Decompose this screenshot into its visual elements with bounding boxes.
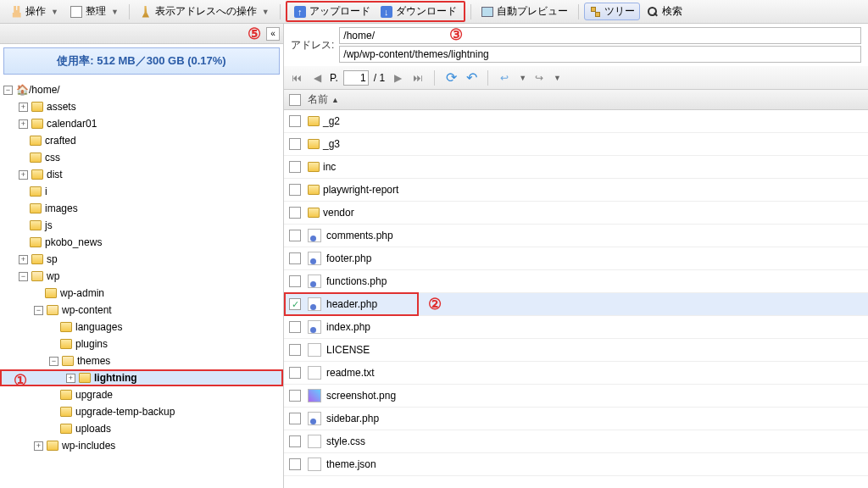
- file-row[interactable]: footer.php: [284, 247, 868, 270]
- file-checkbox[interactable]: [289, 413, 301, 424]
- prev-page-button[interactable]: ◀: [309, 70, 325, 86]
- next-page-button[interactable]: ▶: [390, 70, 405, 86]
- file-checkbox[interactable]: [289, 298, 301, 310]
- text-file-icon: [308, 366, 321, 380]
- tree-label: themes: [77, 355, 110, 367]
- expand-icon[interactable]: +: [34, 441, 43, 451]
- file-checkbox[interactable]: [289, 390, 301, 402]
- file-checkbox[interactable]: [289, 367, 301, 379]
- first-page-button[interactable]: ⏮: [289, 70, 304, 86]
- file-checkbox[interactable]: [289, 321, 301, 333]
- tree-label: wp-content: [62, 304, 112, 316]
- tree-item-assets[interactable]: +assets: [0, 98, 283, 115]
- expand-icon[interactable]: +: [19, 103, 28, 112]
- tree-item-themes[interactable]: −themes: [0, 352, 283, 369]
- expand-icon[interactable]: −: [19, 272, 28, 281]
- tree-item-sp[interactable]: +sp: [0, 251, 283, 268]
- tree-item-wp-content[interactable]: −wp-content: [0, 302, 283, 319]
- file-checkbox[interactable]: [289, 458, 301, 470]
- file-checkbox[interactable]: [289, 207, 301, 219]
- separator: [434, 70, 435, 86]
- file-checkbox[interactable]: [289, 161, 301, 173]
- file-checkbox[interactable]: [289, 230, 301, 241]
- file-row[interactable]: comments.php: [284, 225, 868, 247]
- file-checkbox[interactable]: [289, 275, 301, 287]
- expand-icon[interactable]: +: [19, 170, 28, 180]
- last-page-button[interactable]: ⏭: [410, 70, 426, 86]
- upload-button[interactable]: ↑アップロード: [289, 3, 376, 20]
- addr-ops-menu[interactable]: 表示アドレスへの操作▼: [135, 3, 275, 20]
- address-input-2[interactable]: [339, 46, 861, 63]
- tree-item-js[interactable]: js: [0, 217, 283, 234]
- file-row[interactable]: index.php: [284, 316, 868, 339]
- file-row[interactable]: _g3: [284, 133, 868, 156]
- undo-button[interactable]: ↩: [497, 70, 512, 86]
- tree-item-wp[interactable]: −wp: [0, 268, 283, 285]
- address-input-1[interactable]: [339, 27, 861, 44]
- file-checkbox[interactable]: [289, 435, 301, 447]
- tree-item-pkobo_news[interactable]: pkobo_news: [0, 234, 283, 251]
- folder-icon: [308, 185, 320, 195]
- tree-item-languages[interactable]: languages: [0, 319, 283, 336]
- page-input[interactable]: [343, 70, 369, 86]
- refresh-button[interactable]: ⟳: [443, 70, 459, 86]
- operate-menu[interactable]: 操作▼: [5, 3, 64, 20]
- tree-root[interactable]: − 🏠 /home/: [0, 81, 283, 98]
- file-name: inc: [323, 161, 336, 173]
- expand-icon[interactable]: +: [19, 119, 28, 129]
- collapse-button[interactable]: «: [266, 27, 280, 41]
- tree-item-upgrade[interactable]: upgrade: [0, 386, 283, 403]
- file-row[interactable]: header.php②: [284, 293, 868, 316]
- file-row[interactable]: LICENSE: [284, 339, 868, 362]
- file-checkbox[interactable]: [289, 115, 301, 127]
- file-row[interactable]: inc: [284, 156, 868, 179]
- tree-label: lightning: [94, 372, 137, 384]
- file-checkbox[interactable]: [289, 184, 301, 196]
- select-all-checkbox[interactable]: [289, 94, 301, 106]
- file-row[interactable]: _g2: [284, 110, 868, 133]
- file-row[interactable]: readme.txt: [284, 362, 868, 385]
- download-button[interactable]: ↓ダウンロード: [376, 3, 462, 20]
- tree-item-i[interactable]: i: [0, 183, 283, 200]
- tree-item-dist[interactable]: +dist: [0, 166, 283, 183]
- file-row[interactable]: sidebar.php: [284, 408, 868, 430]
- folder-icon: [60, 322, 72, 332]
- tree-item-crafted[interactable]: crafted: [0, 132, 283, 149]
- up-button[interactable]: ↶: [464, 70, 479, 86]
- file-checkbox[interactable]: [289, 138, 301, 150]
- file-row[interactable]: vendor: [284, 202, 868, 225]
- separator: [578, 4, 579, 19]
- tree-item-wp-includes[interactable]: +wp-includes: [0, 437, 283, 454]
- expand-icon[interactable]: −: [49, 357, 58, 366]
- file-row[interactable]: playwright-report: [284, 179, 868, 202]
- expand-icon[interactable]: +: [66, 374, 75, 383]
- file-row[interactable]: style.css: [284, 430, 868, 453]
- file-name: theme.json: [326, 458, 376, 470]
- file-row[interactable]: theme.json: [284, 453, 868, 476]
- file-checkbox[interactable]: [289, 344, 301, 356]
- tree-item-plugins[interactable]: plugins: [0, 336, 283, 352]
- expand-icon[interactable]: −: [34, 306, 43, 315]
- tree-label: assets: [47, 101, 76, 113]
- file-checkbox[interactable]: [289, 252, 301, 264]
- tree-icon: [589, 6, 601, 18]
- collapse-icon[interactable]: −: [3, 86, 13, 95]
- expand-icon[interactable]: +: [19, 255, 28, 264]
- column-name[interactable]: 名前: [308, 92, 328, 107]
- tree-item-uploads[interactable]: uploads: [0, 420, 283, 437]
- tree-item-images[interactable]: images: [0, 200, 283, 217]
- tree-item-css[interactable]: css: [0, 149, 283, 166]
- tree-item-upgrade-temp-backup[interactable]: upgrade-temp-backup: [0, 403, 283, 420]
- tree-toggle[interactable]: ツリー: [584, 3, 640, 20]
- auto-preview-button[interactable]: 自動プレビュー: [476, 3, 573, 20]
- tree-item-lightning[interactable]: +lightning: [0, 369, 283, 386]
- tree-item-calendar01[interactable]: +calendar01: [0, 115, 283, 132]
- file-row[interactable]: screenshot.png: [284, 385, 868, 408]
- organize-menu[interactable]: 整理▼: [65, 3, 124, 20]
- chevron-down-icon: ▼: [111, 8, 119, 16]
- search-button[interactable]: 検索: [642, 3, 687, 20]
- file-row[interactable]: functions.php: [284, 270, 868, 293]
- redo-button[interactable]: ↪: [531, 70, 547, 86]
- folder-icon: [45, 288, 57, 298]
- tree-item-wp-admin[interactable]: wp-admin: [0, 285, 283, 302]
